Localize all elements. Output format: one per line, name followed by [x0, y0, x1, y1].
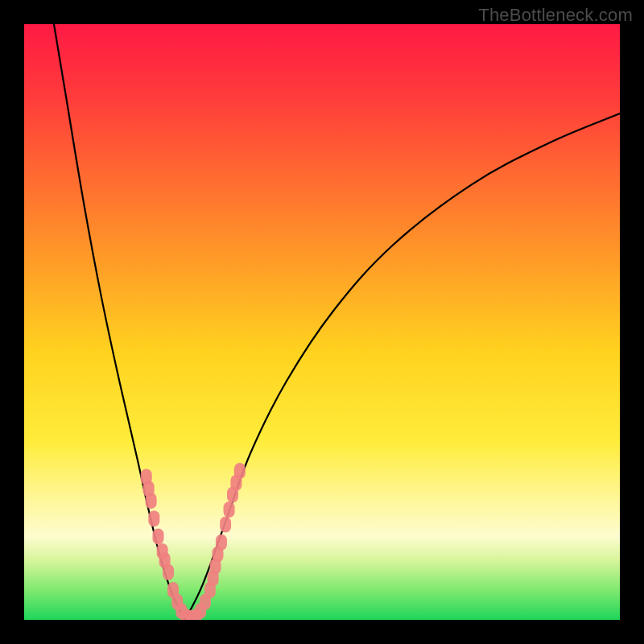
chart-frame: TheBottleneck.com [0, 0, 644, 644]
marker [146, 493, 157, 509]
curves-layer [24, 24, 620, 620]
series-left-curve [54, 24, 185, 620]
series-right-curve [185, 114, 620, 620]
marker [220, 517, 231, 533]
watermark-text: TheBottleneck.com [478, 5, 633, 26]
marker [216, 535, 227, 551]
plot-area [24, 24, 620, 620]
marker [224, 502, 235, 518]
marker [163, 564, 174, 580]
marker [153, 528, 164, 544]
marker [234, 463, 246, 479]
marker [148, 510, 159, 526]
